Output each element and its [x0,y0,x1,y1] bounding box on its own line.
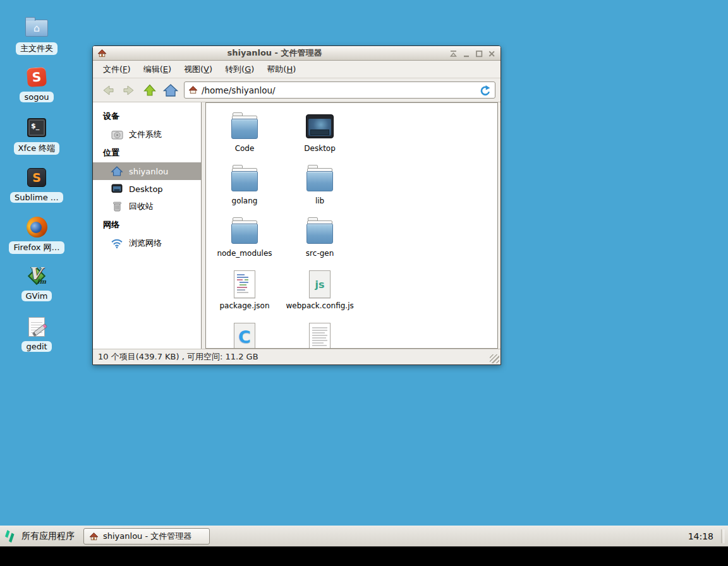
taskbar-home-icon [89,532,99,541]
up-icon [142,83,157,98]
trash-icon [111,201,123,212]
folder-icon [229,164,260,195]
menu-go[interactable]: 转到(G) [219,61,260,78]
panel-handle[interactable] [721,529,724,543]
taskbar: 所有应用程序 shiyanlou - 文件管理器 14:18 [0,526,728,546]
harddisk-icon [111,129,123,140]
folder-icon [229,217,260,247]
desktop-icon-home-folder[interactable]: ⌂ 主文件夹 [2,16,71,55]
sidebar-item-label: shiyanlou [129,167,168,176]
file-item[interactable]: C who.c [209,322,281,349]
sidebar-header-network: 网络 [93,215,201,234]
file-item[interactable]: src-gen [284,217,356,269]
close-button[interactable] [487,49,496,57]
taskbar-window-button[interactable]: shiyanlou - 文件管理器 [83,528,210,545]
c-badge: C [238,328,251,346]
sidebar-item-filesystem[interactable]: 文件系统 [93,126,201,143]
monitor-icon [111,183,123,195]
sidebar-item-shiyanlou[interactable]: shiyanlou [93,162,201,180]
file-item[interactable]: node_modules [209,217,281,269]
desktop-icon-gedit[interactable]: gedit [2,315,71,352]
sublime-icon: S [27,168,46,187]
terminal-icon: $_ [27,118,46,137]
home-button[interactable] [160,80,181,100]
sidebar-item-label: 回收站 [129,201,154,212]
desktop-monitor-icon [305,112,335,142]
path-bar[interactable]: /home/shiyanlou/ [184,81,495,99]
gedit-icon [28,317,45,337]
reload-icon [479,85,490,96]
sidebar-item-browse-network[interactable]: 浏览网络 [93,234,201,252]
firefox-icon [27,217,47,238]
file-view[interactable]: Code Desktop golang lib [205,102,498,349]
file-name: node_modules [209,249,281,258]
desktop-icon-label: gedit [21,341,51,352]
all-applications-button[interactable]: 所有应用程序 [21,531,75,542]
forward-icon [121,83,136,98]
file-item[interactable]: Desktop [284,112,356,164]
folder-icon [229,112,260,142]
js-file-icon: js [305,269,335,299]
sidebar-header-places: 位置 [93,143,201,162]
file-item[interactable]: js webpack.config.js [284,269,356,322]
resize-grip[interactable] [490,354,499,363]
file-name: src-gen [284,249,356,258]
desktop-icon-label: Xfce 终端 [14,142,60,155]
file-item[interactable]: golang [209,164,281,217]
desktop-icon-terminal[interactable]: $_ Xfce 终端 [2,116,71,155]
sidebar-item-trash[interactable]: 回收站 [93,198,201,215]
folder-icon [305,164,335,195]
menu-edit[interactable]: 编辑(E) [137,61,178,78]
file-grid: Code Desktop golang lib [206,103,431,349]
back-button[interactable] [97,80,118,100]
up-button[interactable] [139,80,160,100]
shade-icon [449,50,458,57]
menubar: 文件(F) 编辑(E) 视图(V) 转到(G) 帮助(H) [93,61,500,78]
minimize-icon [463,50,470,57]
desktop-icon-sogou[interactable]: S sogou [2,66,71,102]
gvim-icon: Vim [26,265,47,287]
menu-help[interactable]: 帮助(H) [260,61,302,78]
home-icon [162,83,179,98]
desktop-icon-label: 主文件夹 [16,42,58,55]
sogou-icon: S [27,67,47,87]
sidebar-item-desktop[interactable]: Desktop [93,180,201,198]
desktop-icon-label: GVim [21,291,52,301]
home-folder-icon: ⌂ [25,20,48,37]
minimize-button[interactable] [461,49,471,57]
location-home-icon [188,85,198,95]
file-name: webpack.config.js [284,301,356,310]
file-item[interactable]: package.json [209,269,281,322]
shade-button[interactable] [449,49,458,57]
desktop-icon-gvim[interactable]: Vim GVim [2,265,71,301]
file-manager-window: shiyanlou - 文件管理器 文件(F) 编辑(E) 视图(V) [92,45,501,365]
file-item[interactable]: lib [284,164,356,217]
desktop-icon-sublime[interactable]: S Sublime … [2,166,71,203]
wifi-icon [111,238,123,249]
desktop-icon-label: sogou [20,92,53,102]
desktop: ⌂ 主文件夹 S sogou $_ Xfce 终端 S Sublime … Fi… [0,0,728,566]
statusbar: 10 个项目(439.7 KB) , 可用空间: 11.2 GB [93,349,500,364]
text-document-icon [305,322,335,349]
maximize-icon [475,50,483,57]
forward-button[interactable] [118,80,139,100]
file-item[interactable]: yarn.lock [284,322,356,349]
c-file-icon: C [229,322,260,349]
file-item[interactable]: Code [209,112,281,164]
menu-file[interactable]: 文件(F) [97,61,137,78]
status-text: 10 个项目(439.7 KB) , 可用空间: 11.2 GB [98,351,258,363]
close-icon [488,50,495,57]
menu-view[interactable]: 视图(V) [178,61,219,78]
home-icon [111,166,123,177]
folder-icon [305,217,335,247]
maximize-button[interactable] [474,49,483,57]
desktop-icon-firefox[interactable]: Firefox 网… [2,215,71,254]
reload-button[interactable] [478,84,491,97]
clock: 14:18 [688,531,713,541]
json-document-icon [229,269,260,299]
back-icon [100,83,116,98]
window-content: 设备 文件系统 位置 shiyanlou [93,102,500,349]
titlebar[interactable]: shiyanlou - 文件管理器 [93,46,500,61]
path-input[interactable]: /home/shiyanlou/ [202,85,475,95]
taskbar-window-label: shiyanlou - 文件管理器 [103,531,191,542]
